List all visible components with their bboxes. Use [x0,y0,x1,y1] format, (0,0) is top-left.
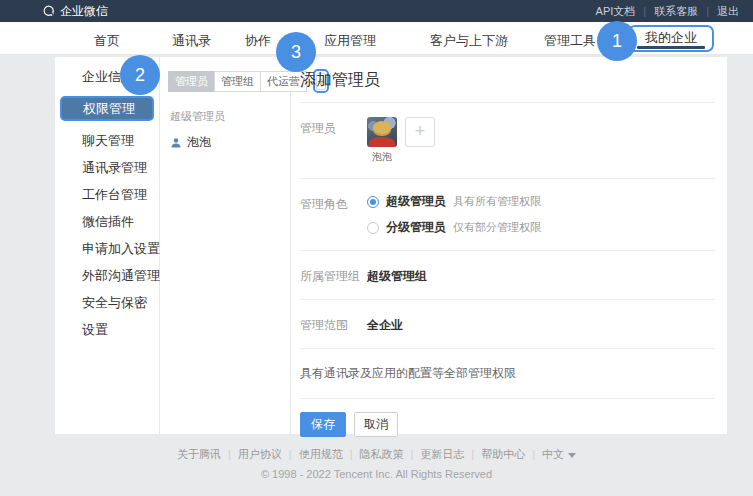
tab-admin-groups[interactable]: 管理组 [214,71,261,92]
api-docs-link[interactable]: API文档 [596,4,636,19]
permission-note: 具有通讯录及应用的配置等全部管理权限 [300,349,715,399]
main-card: 企业信息 权限管理 聊天管理 通讯录管理 工作台管理 微信插件 申请加入设置 外… [55,57,727,434]
role-name: 分级管理员 [386,219,446,236]
page-footer: 关于腾讯用户协议使用规范隐私政策更新日志帮助中心中文 © 1998 - 2022… [0,447,753,480]
footer-changelog[interactable]: 更新日志 [404,448,465,460]
footer-about-tencent[interactable]: 关于腾讯 [177,448,221,460]
person-icon [170,137,182,149]
top-links: API文档 联系客服 退出 [596,4,739,19]
logout-link[interactable]: 退出 [698,4,739,19]
scope-label: 管理范围 [300,314,367,334]
admin-list-panel: 管理员 管理组 代运营 + 超级管理员 泡泡 [160,57,291,434]
selected-admins: 泡泡 + [367,117,435,164]
admin-group-title: 超级管理员 [170,109,290,124]
sidebar-item-contacts-management[interactable]: 通讯录管理 [55,154,159,181]
nav-collaboration[interactable]: 协作 [245,32,271,50]
group-value: 超级管理组 [367,265,427,285]
footer-usage-rules[interactable]: 使用规范 [282,448,343,460]
nav-my-enterprise-active[interactable]: 我的企业 [628,25,714,52]
sidebar-item-settings[interactable]: 设置 [55,316,159,343]
admin-role-row: 管理角色 超级管理员 具有所有管理权限 分级管理员 仅有部分管理权限 [300,179,715,251]
admin-label: 管理员 [300,117,367,164]
sidebar-item-chat-management[interactable]: 聊天管理 [55,127,159,154]
add-admin-form: 添加管理员 管理员 泡泡 + 管理角色 超级管理员 具有所有管理权限 [291,57,727,434]
tutorial-step-badge-2: 2 [120,55,160,95]
cancel-button[interactable]: 取消 [354,412,398,437]
wechat-work-logo-icon [42,5,55,18]
sidebar-item-security[interactable]: 安全与保密 [55,289,159,316]
admin-member-row: 管理员 泡泡 + [300,103,715,179]
radio-selected-icon[interactable] [367,196,379,208]
settings-sidebar: 企业信息 权限管理 聊天管理 通讯录管理 工作台管理 微信插件 申请加入设置 外… [55,57,160,434]
tab-administrators[interactable]: 管理员 [168,71,215,92]
member-avatar-name: 泡泡 [367,150,397,164]
sidebar-item-external-comm[interactable]: 外部沟通管理 [55,262,159,289]
admin-list-item[interactable]: 泡泡 [170,134,290,151]
footer-privacy-policy[interactable]: 隐私政策 [343,448,404,460]
app-logo-text: 企业微信 [60,3,108,20]
role-option-super-admin[interactable]: 超级管理员 具有所有管理权限 [367,193,541,210]
footer-help-center[interactable]: 帮助中心 [464,448,525,460]
app-logo[interactable]: 企业微信 [42,3,108,20]
footer-language-selector[interactable]: 中文 [525,448,576,460]
role-label: 管理角色 [300,193,367,236]
role-name: 超级管理员 [386,193,446,210]
sidebar-item-wechat-plugin[interactable]: 微信插件 [55,208,159,235]
main-nav: 首页 通讯录 协作 应用管理 客户与上下游 管理工具 我的企业 [0,22,753,55]
admin-tabs: 管理员 管理组 代运营 + [168,69,290,93]
admin-group-row: 所属管理组 超级管理组 [300,251,715,300]
admin-member-name: 泡泡 [187,134,211,151]
top-bar: 企业微信 API文档 联系客服 退出 [0,0,753,22]
tutorial-step-badge-1: 1 [597,21,637,61]
tutorial-step-badge-3: 3 [276,32,316,72]
member-avatar [367,117,397,147]
add-member-button[interactable]: + [405,117,435,147]
save-button[interactable]: 保存 [300,412,346,437]
sidebar-item-join-settings[interactable]: 申请加入设置 [55,235,159,262]
contact-support-link[interactable]: 联系客服 [635,4,698,19]
footer-user-agreement[interactable]: 用户协议 [221,448,282,460]
scope-value: 全企业 [367,314,403,334]
role-option-sub-admin[interactable]: 分级管理员 仅有部分管理权限 [367,219,541,236]
admin-scope-row: 管理范围 全企业 [300,300,715,349]
nav-home[interactable]: 首页 [94,32,120,50]
nav-admin-tools[interactable]: 管理工具 [544,32,596,50]
selected-admin: 泡泡 [367,117,397,164]
role-hint: 仅有部分管理权限 [453,220,541,235]
sidebar-item-permission-management[interactable]: 权限管理 [60,96,154,121]
role-options: 超级管理员 具有所有管理权限 分级管理员 仅有部分管理权限 [367,193,541,236]
sidebar-item-workbench-management[interactable]: 工作台管理 [55,181,159,208]
page-title: 添加管理员 [300,57,715,103]
radio-unselected-icon[interactable] [367,222,379,234]
caret-down-icon [568,453,576,458]
role-hint: 具有所有管理权限 [453,194,541,209]
form-actions: 保存 取消 [300,399,715,450]
nav-contacts[interactable]: 通讯录 [172,32,211,50]
group-label: 所属管理组 [300,265,367,285]
nav-app-management[interactable]: 应用管理 [324,32,376,50]
copyright-text: © 1998 - 2022 Tencent Inc. All Rights Re… [0,468,753,480]
nav-customers[interactable]: 客户与上下游 [430,32,508,50]
